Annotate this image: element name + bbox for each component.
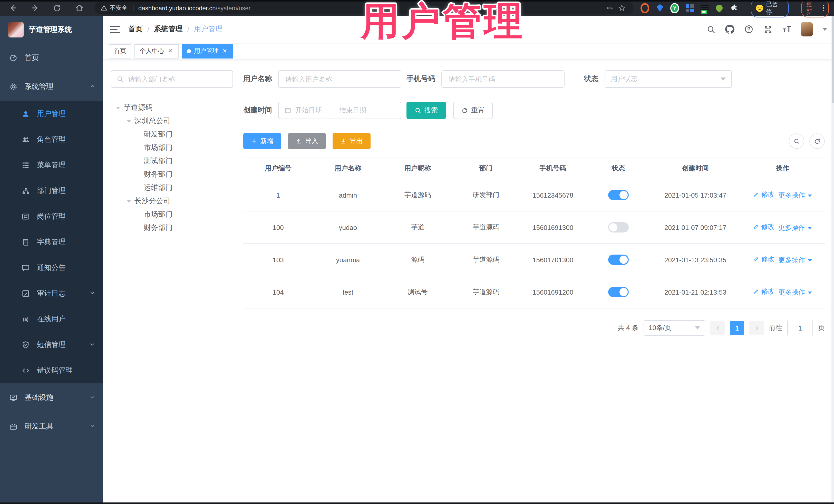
more-actions-link[interactable]: 更多操作	[778, 191, 812, 200]
add-button[interactable]: 新增	[243, 133, 281, 149]
tree-node[interactable]: 长沙分公司	[111, 195, 233, 208]
profile-paused-chip[interactable]: 已暂停	[751, 0, 789, 17]
mobile-input[interactable]	[447, 75, 558, 83]
goto-page-input[interactable]	[787, 320, 813, 336]
sidebar-item-dict-management[interactable]: 字典管理	[0, 229, 103, 255]
breadcrumb-system[interactable]: 系统管理	[154, 25, 183, 34]
more-actions-link[interactable]: 更多操作	[778, 256, 812, 265]
security-status[interactable]: 不安全	[101, 4, 128, 12]
status-toggle[interactable]	[608, 255, 629, 265]
extension-gem-icon[interactable]	[656, 4, 664, 12]
caret-down-icon[interactable]	[127, 120, 131, 123]
sidebar-toggle-icon[interactable]	[110, 25, 120, 34]
next-page-button[interactable]	[749, 321, 764, 335]
page-url[interactable]: dashboard.yudao.iocoder.cn/system/user	[138, 4, 251, 12]
browser-reload-button[interactable]	[49, 1, 65, 15]
extensions-puzzle-icon[interactable]	[730, 4, 739, 12]
caret-down-icon[interactable]	[116, 107, 120, 109]
extension-green-y-icon[interactable]: Y	[670, 4, 679, 12]
page-number-1[interactable]: 1	[730, 321, 744, 335]
help-icon[interactable]	[744, 24, 754, 35]
caret-down-icon[interactable]	[127, 200, 131, 202]
sidebar-item-system[interactable]: 系统管理	[0, 72, 103, 101]
sidebar-item-online-users[interactable]: (a) 在线用户	[0, 306, 103, 332]
avatar-caret-icon[interactable]	[823, 28, 827, 30]
tree-node[interactable]: 财务部门	[111, 221, 233, 235]
scrollbar-thumb[interactable]	[832, 16, 834, 103]
import-button[interactable]: 导入	[288, 133, 326, 149]
tree-node[interactable]: 深圳总公司	[111, 114, 233, 128]
tree-node[interactable]: 财务部门	[111, 168, 233, 181]
tree-node[interactable]: 测试部门	[111, 154, 233, 168]
tab-user-management[interactable]: 用户管理 ✕	[182, 44, 233, 58]
plus-icon	[251, 138, 257, 144]
edit-link[interactable]: 修改	[753, 255, 774, 264]
download-icon	[340, 138, 347, 144]
breadcrumb-home[interactable]: 首页	[128, 25, 143, 34]
sidebar-item-audit-log[interactable]: 审计日志	[0, 281, 103, 306]
prev-page-button[interactable]	[710, 321, 725, 335]
status-select[interactable]: 用户状态	[605, 70, 732, 88]
bookmark-star-icon[interactable]	[616, 1, 628, 15]
extension-orange-icon[interactable]	[641, 4, 650, 12]
dept-search-input[interactable]	[127, 75, 227, 83]
dept-search-box	[111, 70, 233, 88]
tree-node[interactable]: 芋道源码	[111, 101, 233, 114]
sidebar-item-error-code[interactable]: 错误码管理	[0, 358, 103, 384]
fullscreen-icon[interactable]	[763, 24, 773, 35]
password-key-icon[interactable]	[604, 1, 615, 15]
sidebar-item-dept-management[interactable]: 部门管理	[0, 178, 103, 204]
tree-node[interactable]: 市场部门	[111, 141, 233, 154]
address-bar[interactable]: 不安全 dashboard.yudao.iocoder.cn/system/us…	[94, 2, 634, 14]
edit-link[interactable]: 修改	[753, 222, 774, 232]
toggle-search-button[interactable]	[789, 133, 804, 149]
refresh-table-button[interactable]	[809, 133, 825, 149]
status-toggle[interactable]	[608, 222, 629, 233]
browser-back-button[interactable]	[5, 1, 21, 15]
tree-node[interactable]: 市场部门	[111, 208, 233, 221]
date-range-picker[interactable]: 开始日期 - 结束日期	[278, 102, 401, 119]
sidebar-item-role-management[interactable]: 角色管理	[0, 127, 103, 152]
app-logo[interactable]: 芋道管理系统	[0, 16, 103, 44]
page-size-select[interactable]: 10条/页	[643, 320, 705, 336]
search-button[interactable]: 搜索	[407, 102, 446, 119]
github-icon[interactable]	[725, 24, 735, 35]
sidebar-item-user-management[interactable]: 用户管理	[0, 101, 103, 127]
extension-onoff-icon[interactable]: on	[700, 4, 709, 12]
sidebar-item-sms[interactable]: 短信管理	[0, 332, 103, 358]
user-avatar[interactable]	[800, 22, 813, 37]
close-icon[interactable]: ✕	[222, 48, 228, 54]
sidebar-item-devtools[interactable]: 研发工具	[0, 412, 103, 441]
status-toggle[interactable]	[608, 287, 629, 297]
browser-update-button[interactable]: 更新	[801, 0, 829, 17]
extension-squares-icon[interactable]	[685, 4, 694, 12]
id-card-icon	[22, 213, 30, 221]
browser-forward-button[interactable]	[27, 1, 43, 15]
reset-button[interactable]: 重置	[453, 102, 493, 119]
sidebar-item-post-management[interactable]: 岗位管理	[0, 204, 103, 229]
browser-menu-icon[interactable]	[822, 5, 824, 11]
sidebar-item-notice[interactable]: 通知公告	[0, 255, 103, 281]
username-input[interactable]	[284, 75, 395, 83]
more-actions-link[interactable]: 更多操作	[778, 288, 812, 297]
sidebar-item-infrastructure[interactable]: 基础设施	[0, 384, 103, 412]
sidebar-item-menu-management[interactable]: 菜单管理	[0, 152, 103, 178]
tree-node[interactable]: 运维部门	[111, 181, 233, 195]
font-size-icon[interactable]	[782, 24, 792, 35]
more-actions-link[interactable]: 更多操作	[778, 223, 812, 233]
status-toggle[interactable]	[608, 190, 629, 200]
extension-key-icon[interactable]	[715, 4, 724, 12]
header-search-icon[interactable]	[706, 24, 716, 35]
tree-node[interactable]: 研发部门	[111, 128, 233, 141]
cell-nickname: 芋道	[383, 211, 453, 243]
edit-link[interactable]: 修改	[753, 287, 774, 296]
sidebar-item-home[interactable]: 首页	[0, 44, 103, 72]
tab-profile[interactable]: 个人中心 ✕	[134, 44, 179, 58]
edit-link[interactable]: 修改	[753, 190, 774, 199]
tab-home[interactable]: 首页	[109, 44, 131, 58]
close-icon[interactable]: ✕	[167, 48, 174, 54]
browser-home-button[interactable]	[71, 1, 87, 15]
pencil-icon	[753, 192, 759, 198]
export-button[interactable]: 导出	[333, 133, 371, 149]
page-scrollbar[interactable]	[831, 16, 834, 502]
